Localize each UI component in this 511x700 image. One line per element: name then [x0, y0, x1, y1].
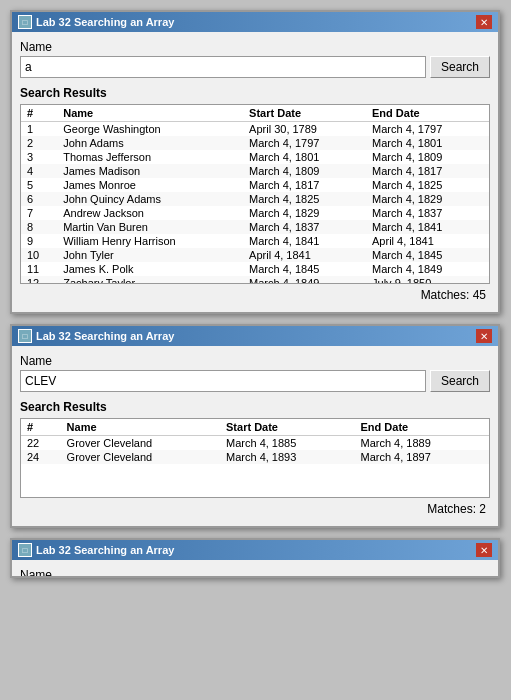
app-icon-1: □ [18, 15, 32, 29]
table-row: 6John Quincy AdamsMarch 4, 1825March 4, … [21, 192, 489, 206]
table-row: 7Andrew JacksonMarch 4, 1829March 4, 183… [21, 206, 489, 220]
window-title-2: Lab 32 Searching an Array [36, 330, 174, 342]
search-button-2[interactable]: Search [430, 370, 490, 392]
title-bar-left-2: □ Lab 32 Searching an Array [18, 329, 174, 343]
results-label-1: Search Results [20, 86, 490, 100]
table-row: 12Zachary TaylorMarch 4, 1849July 9, 185… [21, 276, 489, 284]
col-header-start-2: Start Date [220, 419, 354, 436]
input-row-1: Search [20, 56, 490, 78]
app-icon-3: □ [18, 543, 32, 557]
window-body-1: Name Search Search Results # Name Start … [12, 32, 498, 312]
title-bar-left-3: □ Lab 32 Searching an Array [18, 543, 174, 557]
title-bar-1: □ Lab 32 Searching an Array ✕ [12, 12, 498, 32]
close-button-3[interactable]: ✕ [476, 543, 492, 557]
table-row: 3Thomas JeffersonMarch 4, 1801March 4, 1… [21, 150, 489, 164]
table-row: 4James MadisonMarch 4, 1809March 4, 1817 [21, 164, 489, 178]
window-2: □ Lab 32 Searching an Array ✕ Name Searc… [10, 324, 500, 528]
name-input-2[interactable] [20, 370, 426, 392]
window-body-2: Name Search Search Results # Name Start … [12, 346, 498, 526]
col-header-end-1: End Date [366, 105, 489, 122]
search-button-1[interactable]: Search [430, 56, 490, 78]
close-button-1[interactable]: ✕ [476, 15, 492, 29]
col-header-num-1: # [21, 105, 57, 122]
table-header-row-2: # Name Start Date End Date [21, 419, 489, 436]
table-row: 10John TylerApril 4, 1841March 4, 1845 [21, 248, 489, 262]
matches-count-1: Matches: 45 [20, 284, 490, 304]
col-header-name-1: Name [57, 105, 243, 122]
table-row: 1George WashingtonApril 30, 1789March 4,… [21, 122, 489, 137]
matches-count-2: Matches: 2 [20, 498, 490, 518]
col-header-end-2: End Date [354, 419, 489, 436]
table-row: 22Grover ClevelandMarch 4, 1885March 4, … [21, 436, 489, 451]
window-title-3: Lab 32 Searching an Array [36, 544, 174, 556]
name-label-1: Name [20, 40, 490, 54]
title-bar-left-1: □ Lab 32 Searching an Array [18, 15, 174, 29]
close-button-2[interactable]: ✕ [476, 329, 492, 343]
table-row: 8Martin Van BurenMarch 4, 1837March 4, 1… [21, 220, 489, 234]
results-container-2: # Name Start Date End Date 22Grover Clev… [20, 418, 490, 498]
table-row: 11James K. PolkMarch 4, 1845March 4, 184… [21, 262, 489, 276]
app-icon-2: □ [18, 329, 32, 343]
col-header-start-1: Start Date [243, 105, 366, 122]
results-container-1: # Name Start Date End Date 1George Washi… [20, 104, 490, 284]
table-row: 9William Henry HarrisonMarch 4, 1841Apri… [21, 234, 489, 248]
input-row-2: Search [20, 370, 490, 392]
title-bar-2: □ Lab 32 Searching an Array ✕ [12, 326, 498, 346]
name-label-3: Name [20, 568, 490, 578]
name-label-2: Name [20, 354, 490, 368]
col-header-name-2: Name [61, 419, 220, 436]
table-header-row-1: # Name Start Date End Date [21, 105, 489, 122]
table-row: 2John AdamsMarch 4, 1797March 4, 1801 [21, 136, 489, 150]
results-table-1: # Name Start Date End Date 1George Washi… [21, 105, 489, 284]
name-input-1[interactable] [20, 56, 426, 78]
window-body-3: Name [12, 560, 498, 578]
results-label-2: Search Results [20, 400, 490, 414]
window-title-1: Lab 32 Searching an Array [36, 16, 174, 28]
window-3: □ Lab 32 Searching an Array ✕ Name [10, 538, 500, 578]
col-header-num-2: # [21, 419, 61, 436]
results-table-2: # Name Start Date End Date 22Grover Clev… [21, 419, 489, 464]
title-bar-3: □ Lab 32 Searching an Array ✕ [12, 540, 498, 560]
table-row: 5James MonroeMarch 4, 1817March 4, 1825 [21, 178, 489, 192]
window-1: □ Lab 32 Searching an Array ✕ Name Searc… [10, 10, 500, 314]
table-row: 24Grover ClevelandMarch 4, 1893March 4, … [21, 450, 489, 464]
